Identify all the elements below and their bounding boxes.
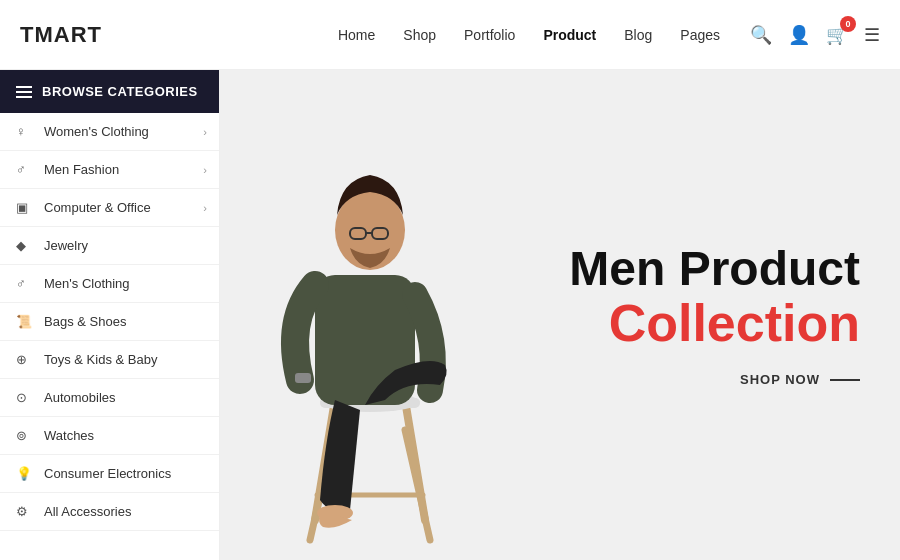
jewelry-icon: ◆ <box>16 238 34 253</box>
accessories-icon: ⚙ <box>16 504 34 519</box>
header-icons: 🔍 👤 🛒 0 ☰ <box>750 24 880 46</box>
search-icon[interactable]: 🔍 <box>750 24 772 46</box>
sidebar-item-label: Toys & Kids & Baby <box>44 352 157 367</box>
shop-now-button[interactable]: SHOP NOW <box>560 372 860 387</box>
sidebar-title: BROWSE CATEGORIES <box>42 84 198 99</box>
chevron-right-icon: › <box>203 126 207 138</box>
hero-section: Men Product Collection SHOP NOW <box>220 70 900 560</box>
nav-home[interactable]: Home <box>338 27 375 43</box>
sidebar-item-label: Jewelry <box>44 238 88 253</box>
user-icon[interactable]: 👤 <box>788 24 810 46</box>
nav-portfolio[interactable]: Portfolio <box>464 27 515 43</box>
logo[interactable]: TMART <box>20 22 102 48</box>
menu-icon <box>16 86 32 98</box>
shop-now-line-decoration <box>830 379 860 381</box>
chevron-right-icon: › <box>203 202 207 214</box>
sidebar-item-bags-shoes[interactable]: 📜 Bags & Shoes <box>0 303 219 341</box>
cart-icon[interactable]: 🛒 0 <box>826 24 848 46</box>
automobiles-icon: ⊙ <box>16 390 34 405</box>
main-content: BROWSE CATEGORIES ♀ Women's Clothing › ♂… <box>0 70 900 560</box>
watches-icon: ⊚ <box>16 428 34 443</box>
nav-blog[interactable]: Blog <box>624 27 652 43</box>
hamburger-icon[interactable]: ☰ <box>864 24 880 46</box>
sidebar-item-womens-clothing[interactable]: ♀ Women's Clothing › <box>0 113 219 151</box>
toys-icon: ⊕ <box>16 352 34 367</box>
header: TMART Home Shop Portfolio Product Blog P… <box>0 0 900 70</box>
nav-pages[interactable]: Pages <box>680 27 720 43</box>
hero-text-content: Men Product Collection SHOP NOW <box>520 203 900 428</box>
computer-icon: ▣ <box>16 200 34 215</box>
sidebar-item-watches[interactable]: ⊚ Watches <box>0 417 219 455</box>
electronics-icon: 💡 <box>16 466 34 481</box>
sidebar-item-mens-clothing[interactable]: ♂ Men's Clothing <box>0 265 219 303</box>
sidebar-item-label: Automobiles <box>44 390 116 405</box>
sidebar-item-label: Men Fashion <box>44 162 119 177</box>
sidebar-item-label: Watches <box>44 428 94 443</box>
shop-now-label: SHOP NOW <box>740 372 820 387</box>
sidebar-item-all-accessories[interactable]: ⚙ All Accessories <box>0 493 219 531</box>
mens-clothing-icon: ♂ <box>16 276 34 291</box>
sidebar-item-label: All Accessories <box>44 504 131 519</box>
bags-icon: 📜 <box>16 314 34 329</box>
sidebar-item-men-fashion[interactable]: ♂ Men Fashion › <box>0 151 219 189</box>
sidebar-item-consumer-electronics[interactable]: 💡 Consumer Electronics <box>0 455 219 493</box>
hero-title-line1: Men Product <box>560 243 860 296</box>
main-nav: Home Shop Portfolio Product Blog Pages <box>338 27 720 43</box>
men-fashion-icon: ♂ <box>16 162 34 177</box>
sidebar-item-label: Men's Clothing <box>44 276 130 291</box>
hero-title-line2: Collection <box>560 295 860 352</box>
sidebar-item-label: Bags & Shoes <box>44 314 126 329</box>
nav-shop[interactable]: Shop <box>403 27 436 43</box>
svg-line-3 <box>405 430 430 540</box>
svg-rect-13 <box>295 373 311 383</box>
sidebar-item-computer-office[interactable]: ▣ Computer & Office › <box>0 189 219 227</box>
sidebar-item-automobiles[interactable]: ⊙ Automobiles <box>0 379 219 417</box>
sidebar-item-label: Consumer Electronics <box>44 466 171 481</box>
sidebar-header: BROWSE CATEGORIES <box>0 70 219 113</box>
hero-image <box>220 70 520 560</box>
sidebar-item-toys-kids[interactable]: ⊕ Toys & Kids & Baby <box>0 341 219 379</box>
womens-clothing-icon: ♀ <box>16 124 34 139</box>
cart-badge: 0 <box>840 16 856 32</box>
nav-product[interactable]: Product <box>543 27 596 43</box>
sidebar-item-label: Computer & Office <box>44 200 151 215</box>
sidebar-item-label: Women's Clothing <box>44 124 149 139</box>
chevron-right-icon: › <box>203 164 207 176</box>
sidebar-item-jewelry[interactable]: ◆ Jewelry <box>0 227 219 265</box>
sidebar: BROWSE CATEGORIES ♀ Women's Clothing › ♂… <box>0 70 220 560</box>
